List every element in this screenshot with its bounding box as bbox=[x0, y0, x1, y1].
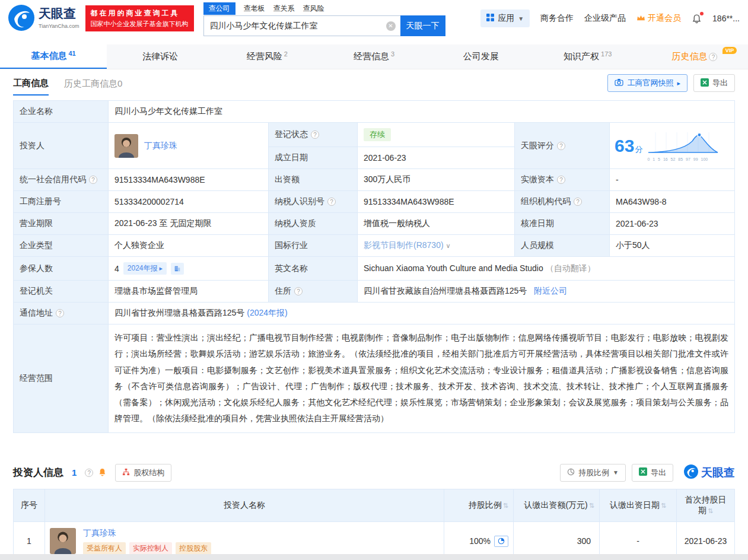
tag-beneficial-owner[interactable]: 受益所有人 bbox=[83, 542, 126, 554]
search-tabs: 查公司 查老板 查关系 查风险 bbox=[203, 2, 445, 14]
staff-size-value: 小于50人 bbox=[610, 235, 735, 257]
credit-code-label-text: 统一社会信用代码 bbox=[20, 174, 86, 185]
search-button[interactable]: 天眼一下 bbox=[400, 15, 445, 36]
help-icon[interactable]: ? bbox=[327, 198, 336, 206]
apps-menu-label: 应用 bbox=[498, 13, 514, 24]
investor-name-link[interactable]: 丁真珍珠 bbox=[83, 528, 116, 537]
notification-bell-icon[interactable] bbox=[692, 14, 702, 24]
sort-icon[interactable]: ⇅ bbox=[708, 507, 713, 514]
tab-operating-risk[interactable]: 经营风险 2 bbox=[214, 44, 320, 69]
col-subscribed-date[interactable]: 认缴出资日期⇅ bbox=[600, 489, 677, 521]
help-icon[interactable]: ? bbox=[557, 176, 565, 184]
help-icon[interactable]: ? bbox=[294, 287, 303, 295]
annual-report-badge[interactable]: 2024年报▸ bbox=[123, 262, 167, 275]
tag-controlling-shareholder[interactable]: 控股股东 bbox=[176, 542, 211, 554]
open-vip-label: 开通会员 bbox=[648, 13, 681, 24]
english-name-label: 英文名称 bbox=[269, 257, 358, 281]
tab-risk-label: 经营风险 bbox=[247, 51, 282, 62]
nav-business-cooperation[interactable]: 商务合作 bbox=[540, 13, 574, 24]
help-icon[interactable]: ? bbox=[574, 198, 582, 206]
logo-text: 天眼查 TianYanCha.com bbox=[39, 7, 79, 30]
user-account[interactable]: 186**... bbox=[712, 14, 740, 23]
search-tab-risk[interactable]: 查风险 bbox=[303, 2, 324, 15]
tianyancha-watermark: 天眼查 bbox=[684, 464, 735, 481]
top-navigation: 应用 ▼ 商务合作 企业级产品 开通会员 186**... bbox=[480, 9, 740, 27]
score-unit: 分 bbox=[635, 145, 642, 154]
apps-menu-button[interactable]: 应用 ▼ bbox=[480, 9, 530, 27]
arrow-right-icon: ▸ bbox=[677, 79, 680, 87]
nearby-companies-link[interactable]: 附近公司 bbox=[534, 286, 567, 295]
subtab-business-info[interactable]: 工商信息 bbox=[13, 71, 49, 96]
investors-export-label: 导出 bbox=[651, 467, 666, 478]
chevron-down-icon: ▼ bbox=[613, 469, 619, 476]
help-icon[interactable]: ? bbox=[709, 53, 717, 61]
search-area: 查公司 查老板 查关系 查风险 ✕ 天眼一下 bbox=[203, 0, 445, 36]
clear-search-icon[interactable]: ✕ bbox=[386, 21, 396, 31]
col-seq: 序号 bbox=[14, 489, 45, 521]
investors-export-button[interactable]: 导出 bbox=[632, 464, 673, 482]
export-label: 导出 bbox=[712, 78, 728, 88]
col-first-holding-date[interactable]: 首次持股日期⇅ bbox=[677, 489, 735, 521]
investor-avatar[interactable] bbox=[114, 134, 138, 158]
sort-icon[interactable]: ⇅ bbox=[503, 502, 508, 509]
approval-date-label: 核准日期 bbox=[515, 213, 610, 235]
capital-label: 出资额 bbox=[269, 169, 358, 191]
mailing-address-text: 四川省甘孜州理塘县格聂西路125号 bbox=[114, 308, 244, 317]
credit-code-value: 91513334MA643W988E bbox=[109, 169, 269, 191]
investor-avatar[interactable] bbox=[50, 528, 76, 554]
annual-report-link[interactable]: (2024年报) bbox=[247, 308, 287, 317]
mailing-address-label-text: 通信地址 bbox=[20, 308, 53, 319]
investor-name-link[interactable]: 丁真珍珠 bbox=[144, 141, 177, 151]
investors-count: 1 bbox=[72, 467, 77, 478]
sort-icon[interactable]: ⇅ bbox=[661, 502, 666, 509]
search-tab-relation[interactable]: 查关系 bbox=[273, 2, 295, 15]
help-icon[interactable]: ? bbox=[311, 131, 319, 139]
equity-structure-button[interactable]: 股权结构 bbox=[115, 464, 171, 482]
col-ratio[interactable]: 持股比例⇅ bbox=[444, 489, 514, 521]
chevron-down-icon: ▼ bbox=[518, 15, 524, 22]
investors-table-header: 序号 投资人名称 持股比例⇅ 认缴出资额(万元)⇅ 认缴出资日期⇅ 首次持股日期… bbox=[14, 489, 735, 521]
industry-label: 国标行业 bbox=[269, 235, 358, 257]
investors-section-header: 投资人信息 1 ? 股权结构 持股比例 ▼ bbox=[0, 464, 748, 482]
subscribe-bell-icon[interactable] bbox=[98, 467, 107, 478]
insured-number: 4 bbox=[114, 264, 119, 273]
tianyancha-logo[interactable]: 天眼查 TianYanCha.com bbox=[8, 5, 79, 33]
search-tab-boss[interactable]: 查老板 bbox=[244, 2, 265, 15]
english-name-text: Sichuan Xiaoma Youth Culture and Media S… bbox=[364, 263, 543, 273]
org-code-label: 组织机构代码? bbox=[515, 191, 610, 213]
tab-intellectual-property[interactable]: 知识产权 173 bbox=[534, 44, 641, 69]
score-cell[interactable]: 63分 0 1 5 16 52 85 97 99 100 bbox=[610, 123, 735, 169]
tab-company-development[interactable]: 公司发展 bbox=[428, 44, 534, 69]
business-scope-label: 经营范围 bbox=[14, 324, 109, 433]
tag-actual-controller[interactable]: 实际控制人 bbox=[129, 542, 172, 554]
help-icon[interactable]: ? bbox=[89, 176, 97, 184]
tab-operating-info[interactable]: 经营信息 3 bbox=[320, 44, 427, 69]
nav-enterprise-products[interactable]: 企业级产品 bbox=[584, 13, 626, 24]
vip-badge: VIP bbox=[722, 47, 737, 54]
search-input[interactable] bbox=[204, 16, 400, 36]
sort-icon[interactable]: ⇅ bbox=[589, 502, 594, 509]
tab-history-info[interactable]: VIP 历史信息 ? bbox=[641, 44, 748, 69]
company-section-tabs: 基本信息 41 法律诉讼 经营风险 2 经营信息 3 公司发展 知识产权 173… bbox=[0, 44, 748, 69]
official-snapshot-button[interactable]: 工商官网快照 ▸ bbox=[607, 74, 687, 92]
help-icon[interactable]: ? bbox=[557, 142, 565, 150]
shareholding-ratio-dropdown[interactable]: 持股比例 ▼ bbox=[560, 464, 626, 482]
reg-no-value: 513334200002714 bbox=[109, 191, 269, 213]
building-icon[interactable] bbox=[171, 263, 184, 275]
pie-chart-icon[interactable] bbox=[494, 536, 508, 547]
subtab-history-business-info[interactable]: 历史工商信息0 bbox=[64, 72, 122, 95]
tab-legal-proceedings[interactable]: 法律诉讼 bbox=[107, 44, 214, 69]
search-tab-company[interactable]: 查公司 bbox=[203, 2, 235, 15]
help-icon[interactable]: ? bbox=[56, 309, 64, 317]
help-icon[interactable]: ? bbox=[85, 469, 93, 477]
col-subscribed-amount[interactable]: 认缴出资额(万元)⇅ bbox=[514, 489, 600, 521]
chevron-down-icon[interactable]: ∨ bbox=[446, 242, 451, 249]
sub-tab-row: 工商信息 历史工商信息0 工商官网快照 ▸ 导出 bbox=[0, 69, 748, 97]
export-button[interactable]: 导出 bbox=[693, 74, 735, 92]
tab-basic-info[interactable]: 基本信息 41 bbox=[0, 44, 107, 69]
col-sub-date-label: 认缴出资日期 bbox=[610, 500, 660, 510]
nav-open-vip[interactable]: 开通会员 bbox=[636, 13, 681, 24]
industry-text[interactable]: 影视节目制作(R8730) bbox=[364, 240, 444, 250]
taxpayer-label: 纳税人资质 bbox=[269, 213, 358, 235]
staff-size-label: 人员规模 bbox=[515, 235, 610, 257]
